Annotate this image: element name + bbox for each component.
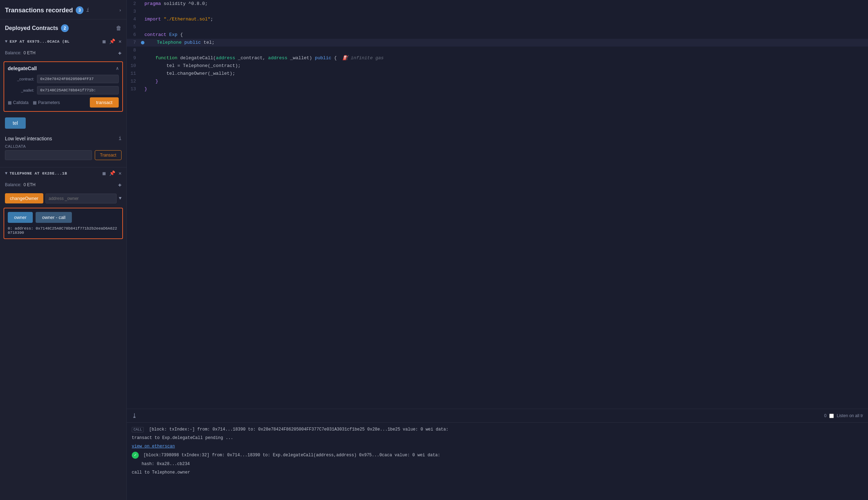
copy-icon-2[interactable]: ▦ — [103, 170, 105, 176]
contract-exp-name: EXP AT 0X975...0CACA (BL — [10, 39, 69, 44]
right-panel: 2 pragma solidity ^0.8.0; 3 4 import "./… — [127, 0, 868, 500]
copy-icon[interactable]: ▦ — [103, 38, 105, 44]
line-content-12: } — [144, 78, 868, 85]
balance-label: Balance: — [5, 50, 21, 55]
result-label: 0: — [8, 226, 15, 231]
code-line-9: 9 function delegateCall(address _contrac… — [127, 54, 868, 62]
transactions-header: Transactions recorded 3 i › — [0, 0, 126, 19]
changeowner-row: changeOwner ▼ — [0, 191, 126, 206]
log-line-4: call to Telephone.owner — [132, 469, 863, 476]
chevron-down-icon[interactable]: ▼ — [5, 39, 7, 44]
log-1-text: transact to Exp.delegateCall pending ... — [132, 435, 233, 440]
contract-telephone-icons: ▦ 📌 ✕ — [103, 170, 122, 176]
low-level-title: Low level interactions — [5, 136, 52, 141]
etherscan-link[interactable]: view on etherscan — [132, 444, 175, 449]
address-owner-input[interactable] — [45, 194, 117, 203]
line-num-4: 4 — [127, 16, 141, 23]
line-num-7: 7 — [127, 39, 141, 47]
function-name: delegateCall — [8, 66, 37, 71]
close-icon[interactable]: ✕ — [119, 38, 122, 44]
code-editor[interactable]: 2 pragma solidity ^0.8.0; 3 4 import "./… — [127, 0, 868, 409]
owner-btns-row: owner owner - call — [8, 212, 119, 223]
transactions-title: Transactions recorded — [5, 7, 73, 14]
code-line-4: 4 import "./Ethernaut.sol"; — [127, 16, 868, 23]
code-line-11: 11 tel.changeOwner(_wallet); — [127, 70, 868, 78]
deployed-badge: 2 — [61, 24, 69, 32]
dropdown-arrow-icon[interactable]: ▼ — [119, 196, 122, 201]
copy-calldata-icon: ▦ — [8, 100, 12, 105]
calldata-input-field[interactable] — [5, 150, 92, 160]
line-num-2: 2 — [127, 0, 141, 8]
contract-exp-icons: ▦ 📌 ✕ — [103, 38, 122, 44]
plus-icon[interactable]: ✚ — [118, 49, 122, 56]
code-line-7: 7 Telephone public tel; — [127, 39, 868, 47]
param-contract-label: _contract: — [8, 77, 34, 81]
line-num-6: 6 — [127, 31, 141, 39]
listen-value: 0 — [824, 413, 827, 418]
owner-call-button[interactable]: owner - call — [36, 212, 72, 223]
owner-button[interactable]: owner — [8, 212, 33, 223]
line-num-10: 10 — [127, 62, 141, 70]
line-num-5: 5 — [127, 23, 141, 31]
line-content-11: tel.changeOwner(_wallet); — [144, 70, 868, 78]
code-line-8: 8 — [127, 47, 868, 54]
line-num-9: 9 — [127, 54, 141, 62]
low-level-header: Low level interactions i — [5, 136, 122, 141]
param-contract-row: _contract: — [8, 75, 119, 83]
contract-exp: ▼ EXP AT 0X975...0CACA (BL ▦ 📌 ✕ Balance… — [0, 36, 126, 164]
tel-button[interactable]: tel — [5, 117, 26, 129]
line-num-11: 11 — [127, 70, 141, 78]
param-wallet-row: _wallet: — [8, 86, 119, 94]
listen-label: Listen on all tr — [837, 413, 863, 418]
low-level-section: Low level interactions i CALLDATA Transa… — [0, 132, 126, 164]
param-wallet-label: _wallet: — [8, 88, 34, 92]
chevron-right-icon[interactable]: › — [119, 8, 122, 13]
changeowner-button[interactable]: changeOwner — [5, 193, 43, 203]
code-line-10: 10 tel = Telephone(_contract); — [127, 62, 868, 70]
line-num-8: 8 — [127, 47, 141, 54]
code-line-2: 2 pragma solidity ^0.8.0; — [127, 0, 868, 8]
chevron-down-icon-2[interactable]: ▼ — [5, 171, 7, 176]
low-level-input-row: Transact — [5, 150, 122, 160]
plus-icon-2[interactable]: ✚ — [118, 181, 122, 188]
low-level-info-icon[interactable]: i — [119, 136, 122, 141]
line-content-10: tel = Telephone(_contract); — [144, 62, 868, 70]
params-label: Parameters — [38, 100, 60, 105]
action-row: ▦ Calldata ▦ Parameters transact — [8, 97, 119, 108]
contract-exp-balance: Balance: 0 ETH ✚ — [0, 47, 126, 59]
listen-checkbox[interactable] — [829, 414, 834, 418]
param-wallet-input[interactable] — [37, 86, 119, 94]
transact-button[interactable]: transact — [90, 97, 119, 108]
code-line-13: 13 } — [127, 85, 868, 93]
contract-telephone-title-row: ▼ TELEPHONE AT 0X28E...1B ▦ 📌 ✕ — [0, 167, 126, 179]
low-level-transact-button[interactable]: Transact — [95, 150, 122, 160]
breakpoint-dot — [141, 41, 144, 44]
collapse-icon[interactable]: ⤓ — [132, 412, 137, 420]
line-content-2: pragma solidity ^0.8.0; — [144, 0, 868, 8]
collapse-bar: ⤓ 0 Listen on all tr — [127, 409, 868, 422]
owner-result: 0: address: 0x7148C25A8C78b841f771b2b2ee… — [8, 226, 119, 235]
left-panel: Transactions recorded 3 i › Deployed Con… — [0, 0, 127, 500]
deployed-contracts-header: Deployed Contracts 2 🗑 — [0, 19, 126, 36]
listen-area: 0 Listen on all tr — [824, 413, 863, 418]
log-3-text: [block:7398098 txIndex:32] from: 0x714..… — [143, 453, 440, 458]
info-icon[interactable]: i — [86, 7, 89, 13]
parameters-button[interactable]: ▦ Parameters — [33, 100, 60, 105]
pin-icon[interactable]: 📌 — [109, 38, 115, 44]
log-call-label: CALL — [132, 427, 144, 432]
chevron-up-icon[interactable]: ∧ — [116, 66, 119, 71]
trash-icon[interactable]: 🗑 — [116, 25, 122, 32]
balance-label-2: Balance: — [5, 182, 21, 187]
log-line-1: transact to Exp.delegateCall pending ... — [132, 435, 863, 441]
calldata-button[interactable]: ▦ Calldata — [8, 100, 29, 105]
contract-exp-title-row: ▼ EXP AT 0X975...0CACA (BL ▦ 📌 ✕ — [0, 36, 126, 47]
result-type: address: — [15, 226, 36, 231]
pin-icon-2[interactable]: 📌 — [109, 170, 115, 176]
log-4-text: call to Telephone.owner — [132, 470, 190, 475]
code-line-5: 5 — [127, 23, 868, 31]
param-contract-input[interactable] — [37, 75, 119, 83]
code-line-3: 3 — [127, 8, 868, 16]
calldata-label: Calldata — [13, 100, 29, 105]
close-icon-2[interactable]: ✕ — [119, 170, 122, 176]
function-name-row: delegateCall ∧ — [8, 66, 119, 71]
